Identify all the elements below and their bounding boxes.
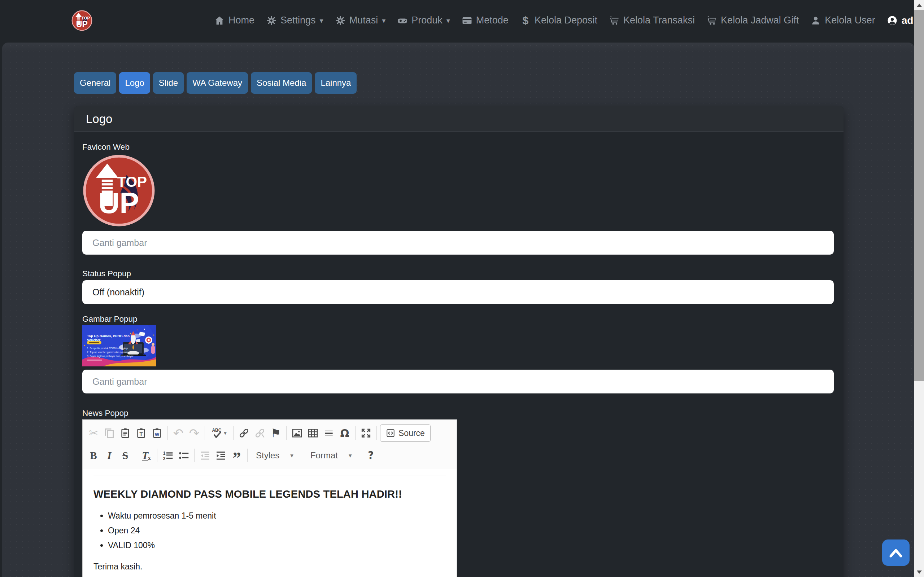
nav-item-kelola-deposit[interactable]: $Kelola Deposit xyxy=(520,15,597,26)
tab-general[interactable]: General xyxy=(74,72,116,94)
favicon-label: Favicon Web xyxy=(82,142,835,152)
scrollbar-thumb[interactable] xyxy=(914,10,924,381)
image-icon[interactable] xyxy=(289,424,305,442)
source-button[interactable]: Source xyxy=(380,424,431,442)
svg-text:UP: UP xyxy=(99,187,139,219)
rich-text-editor: ✂ T W ↶ ↷ ABC ▾ xyxy=(82,419,457,577)
source-label: Source xyxy=(399,429,425,438)
tab-lainnya[interactable]: Lainnya xyxy=(315,72,357,94)
gambar-popup-preview-image: Top Up Games, PPOB dan Voucher 1. Penyed… xyxy=(82,325,156,366)
nav-item-kelola-transaksi[interactable]: Kelola Transaksi xyxy=(609,15,695,26)
svg-text:2: 2 xyxy=(163,456,166,461)
nav-item-label: Kelola Jadwal Gift xyxy=(721,15,799,26)
toolbar-separator xyxy=(233,426,234,440)
status-popup-select[interactable] xyxy=(82,280,834,304)
popup-image-footnote xyxy=(87,359,102,361)
nav-item-settings[interactable]: Settings▾ xyxy=(266,15,323,26)
paste-word-icon[interactable]: W xyxy=(149,424,165,442)
cart-icon xyxy=(609,15,620,26)
italic-icon[interactable]: I xyxy=(102,446,117,464)
nav-item-kelola-jadwal-gift[interactable]: Kelola Jadwal Gift xyxy=(706,15,799,26)
content-heading: WEEKLY DIAMOND PASS MOBILE LEGENDS TELAH… xyxy=(94,488,446,500)
nav-item-label: Settings xyxy=(281,15,316,26)
numbered-list-icon[interactable]: 12 xyxy=(160,446,176,464)
nav-item-mutasi[interactable]: Mutasi▾ xyxy=(334,15,386,26)
styles-dropdown[interactable]: Styles ▾ xyxy=(250,450,299,461)
popup-image-list-item: 2. Top up voucher games dan e-money xyxy=(87,351,133,355)
nav-item-home[interactable]: Home xyxy=(214,15,254,26)
anchor-flag-icon[interactable]: ⚑ xyxy=(268,424,284,442)
table-icon[interactable] xyxy=(305,424,321,442)
nav-item-label: Kelola User xyxy=(825,15,875,26)
nav-item-label: Kelola Transaksi xyxy=(624,15,695,26)
nav-item-produk[interactable]: Produk▾ xyxy=(397,15,450,26)
popup-image-badge xyxy=(87,341,102,344)
content-bullet-item: Waktu pemrosesan 1-5 menit xyxy=(108,511,446,521)
toolbar-separator xyxy=(376,426,377,440)
special-character-icon[interactable]: Ω xyxy=(337,424,353,442)
copy-icon[interactable] xyxy=(102,424,117,442)
outdent-icon[interactable] xyxy=(197,446,213,464)
tab-slide[interactable]: Slide xyxy=(153,72,184,94)
nav-item-label: Home xyxy=(228,15,254,26)
user-circle-icon xyxy=(887,15,898,26)
chevron-down-icon: ▾ xyxy=(382,16,386,25)
unlink-icon[interactable] xyxy=(252,424,268,442)
maximize-icon[interactable] xyxy=(358,424,374,442)
content-bullet-item: VALID 100% xyxy=(108,541,446,550)
blockquote-icon[interactable]: ” xyxy=(229,446,245,464)
bold-icon[interactable]: B xyxy=(86,446,102,464)
undo-icon[interactable]: ↶ xyxy=(170,424,186,442)
svg-text:T: T xyxy=(140,431,143,437)
vertical-scrollbar[interactable] xyxy=(914,0,924,577)
redo-icon[interactable]: ↷ xyxy=(186,424,202,442)
topup-logo-icon: TOP UP xyxy=(71,10,92,31)
cart-icon xyxy=(706,15,717,26)
about-icon[interactable]: ? xyxy=(363,446,379,464)
content-bullet-list: Waktu pemrosesan 1-5 menitOpen 24VALID 1… xyxy=(108,511,446,550)
link-icon[interactable] xyxy=(236,424,252,442)
gambar-popup-upload-input[interactable] xyxy=(82,370,834,393)
svg-text:1: 1 xyxy=(163,451,166,456)
gear-icon xyxy=(266,15,277,26)
tab-wa-gateway[interactable]: WA Gateway xyxy=(187,72,248,94)
nav-item-label: Produk xyxy=(412,15,443,26)
card-title: Logo xyxy=(86,112,112,126)
scroll-to-top-button[interactable] xyxy=(882,540,909,566)
paste-text-icon[interactable]: T xyxy=(133,424,149,442)
top-navbar: TOP UP HomeSettings▾Mutasi▾Produk▾Metode… xyxy=(0,0,914,41)
scrollbar-up-arrow[interactable] xyxy=(914,0,924,10)
editor-content-area[interactable]: WEEKLY DIAMOND PASS MOBILE LEGENDS TELAH… xyxy=(82,475,457,577)
credit-card-icon xyxy=(461,15,473,26)
news-popup-label: News Popop xyxy=(82,409,835,418)
indent-icon[interactable] xyxy=(213,446,229,464)
gear-icon xyxy=(334,15,346,26)
nav-item-metode[interactable]: Metode xyxy=(461,15,509,26)
popup-image-list-item: 1. Penyedia produk PPOB terlengkap xyxy=(87,347,133,351)
toolbar-separator xyxy=(194,449,195,462)
favicon-upload-input[interactable] xyxy=(82,231,834,255)
strikethrough-icon[interactable]: S xyxy=(117,446,133,464)
brand-logo[interactable]: TOP UP xyxy=(71,10,92,31)
toolbar-separator xyxy=(168,426,168,440)
toolbar-separator xyxy=(302,449,302,462)
content-bullet-item: Open 24 xyxy=(108,526,446,535)
tab-sosial-media[interactable]: Sosial Media xyxy=(251,72,312,94)
horizontal-line-icon[interactable] xyxy=(321,424,337,442)
nav-item-kelola-user[interactable]: Kelola User xyxy=(810,15,875,26)
toolbar-separator xyxy=(355,426,355,440)
editor-toolbar: ✂ T W ↶ ↷ ABC ▾ xyxy=(82,420,457,469)
content-closing: Terima kasih. xyxy=(94,562,446,572)
content-horizontal-rule xyxy=(94,475,446,476)
paste-icon[interactable] xyxy=(117,424,133,442)
card-header: Logo xyxy=(74,106,843,132)
spellcheck-icon[interactable]: ABC ▾ xyxy=(208,424,231,442)
nav-item-label: Mutasi xyxy=(349,15,378,26)
remove-format-icon[interactable]: Tx xyxy=(139,446,155,464)
tab-logo[interactable]: Logo xyxy=(119,72,150,94)
format-dropdown[interactable]: Format ▾ xyxy=(305,450,358,461)
bulleted-list-icon[interactable] xyxy=(176,446,192,464)
cut-icon[interactable]: ✂ xyxy=(86,424,102,442)
scrollbar-down-arrow[interactable] xyxy=(914,567,924,577)
nav-item-label: Kelola Deposit xyxy=(535,15,597,26)
